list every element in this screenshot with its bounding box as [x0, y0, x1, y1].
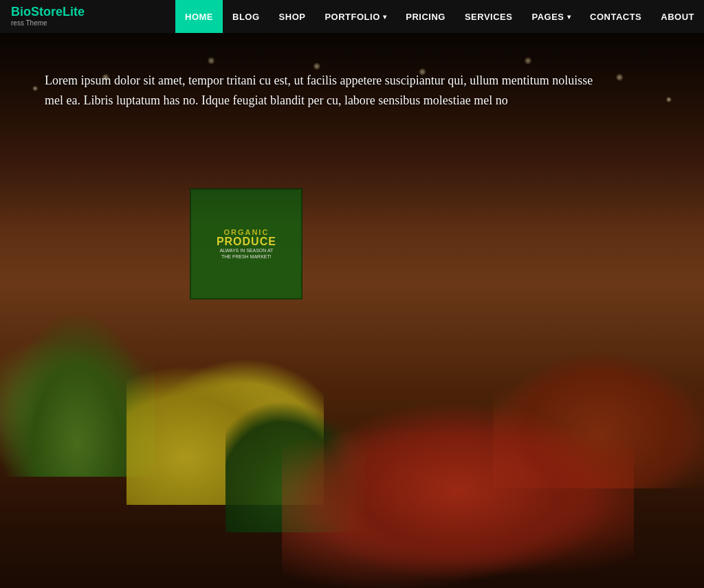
nav-item-portfolio[interactable]: PORTFOLIO ▾ [315, 0, 396, 33]
nav-item-contacts[interactable]: CONTACTS [580, 0, 651, 33]
hero-paragraph: Lorem ipsum dolor sit amet, tempor trita… [45, 71, 608, 111]
chevron-down-icon: ▾ [567, 13, 571, 21]
nav-item-about[interactable]: ABOUT [651, 0, 704, 33]
nav-item-pricing[interactable]: PRICING [396, 0, 455, 33]
sign-subtitle-text: ALWAYS IN SEASON ATTHE FRESH MARKET! [219, 247, 273, 260]
sign-produce-text: PRODUCE [217, 236, 276, 247]
hero-section: ORGANIC PRODUCE ALWAYS IN SEASON ATTHE F… [0, 33, 704, 588]
nav-item-pages[interactable]: PAGES ▾ [522, 0, 580, 33]
hero-text-block: Lorem ipsum dolor sit amet, tempor trita… [45, 71, 608, 111]
main-nav: HOME BLOG SHOP PORTFOLIO ▾ PRICING SERVI… [175, 0, 704, 33]
nav-item-blog[interactable]: BLOG [223, 0, 270, 33]
site-header: BioStoreLite ress Theme HOME BLOG SHOP P… [0, 0, 704, 33]
logo-name[interactable]: BioStoreLite [11, 5, 99, 19]
hero-top-overlay [0, 33, 704, 227]
produce-front [282, 394, 634, 588]
logo-subtitle: ress Theme [11, 19, 99, 27]
nav-item-services[interactable]: SERVICES [455, 0, 522, 33]
chevron-down-icon: ▾ [383, 13, 387, 21]
nav-item-home[interactable]: HOME [175, 0, 223, 33]
logo-area: BioStoreLite ress Theme [0, 5, 110, 27]
nav-item-shop[interactable]: SHOP [270, 0, 316, 33]
